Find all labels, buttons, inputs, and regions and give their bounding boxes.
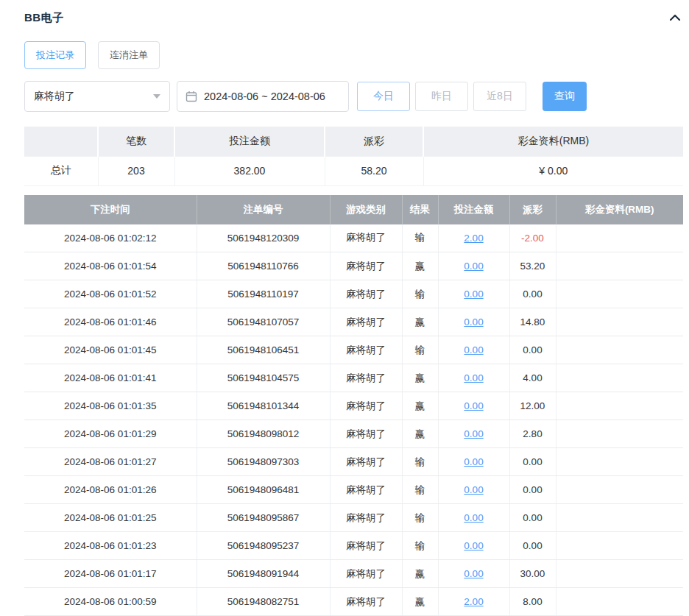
game-select-value: 麻将胡了	[34, 90, 75, 103]
order-number: 5061948110766	[197, 252, 330, 280]
summary-header-bet-amount: 投注金额	[174, 127, 325, 156]
bet-time: 2024-08-06 01:01:54	[24, 252, 197, 280]
payout-value: -2.00	[509, 224, 556, 252]
quick-range-group: 今日 昨日 近8日	[357, 82, 526, 111]
bet-amount-link[interactable]: 0.00	[464, 428, 483, 439]
jackpot-value	[556, 420, 683, 448]
game-type: 麻将胡了	[330, 504, 402, 532]
bet-result: 赢	[402, 364, 438, 392]
summary-count: 203	[98, 156, 174, 185]
payout-value: 53.20	[509, 252, 556, 280]
bet-amount-cell: 0.00	[438, 336, 509, 364]
bet-result: 输	[402, 448, 438, 476]
yesterday-button[interactable]: 昨日	[415, 82, 468, 111]
game-type: 麻将胡了	[330, 532, 402, 560]
payout-value: 8.00	[509, 588, 556, 616]
table-row: 2024-08-06 01:01:175061948091944麻将胡了赢0.0…	[24, 560, 683, 588]
order-number: 5061948098012	[197, 420, 330, 448]
bet-amount-link[interactable]: 0.00	[464, 484, 483, 495]
order-number: 5061948106451	[197, 336, 330, 364]
jackpot-value	[556, 364, 683, 392]
bet-result: 输	[402, 224, 438, 252]
col-header-bet-time: 下注时间	[24, 195, 197, 224]
bet-time: 2024-08-06 01:01:27	[24, 448, 197, 476]
bet-amount-cell: 0.00	[438, 560, 509, 588]
jackpot-value	[556, 336, 683, 364]
order-number: 5061948095867	[197, 504, 330, 532]
summary-header-blank	[24, 127, 98, 156]
bet-amount-cell: 0.00	[438, 308, 509, 336]
payout-value: 2.80	[509, 420, 556, 448]
bet-time: 2024-08-06 01:01:26	[24, 476, 197, 504]
tab-cancelled-orders[interactable]: 连消注单	[98, 41, 160, 69]
table-row: 2024-08-06 01:01:265061948096481麻将胡了输0.0…	[24, 476, 683, 504]
bet-amount-cell: 2.00	[438, 588, 509, 616]
payout-value: 0.00	[509, 280, 556, 308]
summary-total-label: 总计	[24, 156, 98, 185]
jackpot-value	[556, 308, 683, 336]
summary-bet-amount: 382.00	[174, 156, 325, 185]
tab-bar: 投注记录 连消注单	[24, 41, 683, 69]
bet-amount-cell: 0.00	[438, 448, 509, 476]
bet-time: 2024-08-06 01:01:45	[24, 336, 197, 364]
bet-result: 赢	[402, 252, 438, 280]
bet-result: 输	[402, 476, 438, 504]
bet-time: 2024-08-06 01:01:35	[24, 392, 197, 420]
bet-time: 2024-08-06 01:01:29	[24, 420, 197, 448]
date-range-picker[interactable]: 2024-08-06 ~ 2024-08-06	[177, 81, 349, 112]
bet-result: 输	[402, 532, 438, 560]
col-header-bet-amount: 投注金额	[438, 195, 509, 224]
last-8-days-button[interactable]: 近8日	[473, 82, 526, 111]
bet-amount-link[interactable]: 0.00	[464, 316, 483, 328]
bet-amount-link[interactable]: 0.00	[464, 568, 483, 579]
jackpot-value	[556, 280, 683, 308]
order-number: 5061948101344	[197, 392, 330, 420]
bet-amount-link[interactable]: 0.00	[464, 288, 483, 300]
game-select[interactable]: 麻将胡了	[24, 81, 170, 112]
order-number: 5061948097303	[197, 448, 330, 476]
bet-amount-link[interactable]: 0.00	[464, 372, 483, 383]
game-type: 麻将胡了	[330, 420, 402, 448]
chevron-down-icon	[153, 94, 160, 99]
col-header-payout: 派彩	[509, 195, 556, 224]
bet-amount-link[interactable]: 0.00	[464, 456, 483, 467]
query-button[interactable]: 查询	[543, 82, 587, 111]
bet-amount-cell: 2.00	[438, 224, 509, 252]
bet-amount-cell: 0.00	[438, 252, 509, 280]
payout-value: 0.00	[509, 504, 556, 532]
jackpot-value	[556, 504, 683, 532]
col-header-jackpot: 彩金资料(RMB)	[556, 195, 683, 224]
game-type: 麻将胡了	[330, 224, 402, 252]
filter-bar: 麻将胡了 2024-08-06 ~ 2024-08-06 今日 昨日 近8	[24, 81, 683, 112]
bet-time: 2024-08-06 01:01:25	[24, 504, 197, 532]
bet-amount-link[interactable]: 0.00	[464, 512, 483, 523]
tab-bet-records[interactable]: 投注记录	[24, 41, 86, 69]
summary-header-count: 笔数	[98, 127, 174, 156]
jackpot-value	[556, 224, 683, 252]
jackpot-value	[556, 588, 683, 616]
bet-amount-link[interactable]: 0.00	[464, 261, 483, 272]
bet-time: 2024-08-06 01:01:17	[24, 560, 197, 588]
jackpot-value	[556, 392, 683, 420]
game-type: 麻将胡了	[330, 476, 402, 504]
bet-amount-link[interactable]: 0.00	[464, 344, 483, 355]
bet-amount-cell: 0.00	[438, 476, 509, 504]
summary-payout: 58.20	[325, 156, 423, 185]
bet-amount-link[interactable]: 0.00	[464, 540, 483, 551]
table-row: 2024-08-06 01:01:525061948110197麻将胡了输0.0…	[24, 280, 683, 308]
table-row: 2024-08-06 01:02:125061948120309麻将胡了输2.0…	[24, 224, 683, 252]
bet-result: 赢	[402, 420, 438, 448]
today-button[interactable]: 今日	[357, 82, 410, 111]
collapse-chevron-up-icon[interactable]	[667, 11, 683, 24]
table-row: 2024-08-06 01:01:455061948106451麻将胡了输0.0…	[24, 336, 683, 364]
payout-value: 14.80	[509, 308, 556, 336]
bet-amount-link[interactable]: 2.00	[464, 233, 483, 244]
bet-amount-link[interactable]: 0.00	[464, 400, 483, 411]
bet-result: 赢	[402, 308, 438, 336]
order-number: 5061948120309	[197, 224, 330, 252]
jackpot-value	[556, 476, 683, 504]
payout-value: 12.00	[509, 392, 556, 420]
bet-result: 输	[402, 280, 438, 308]
bet-amount-link[interactable]: 2.00	[464, 596, 483, 607]
table-row: 2024-08-06 01:01:255061948095867麻将胡了输0.0…	[24, 504, 683, 532]
